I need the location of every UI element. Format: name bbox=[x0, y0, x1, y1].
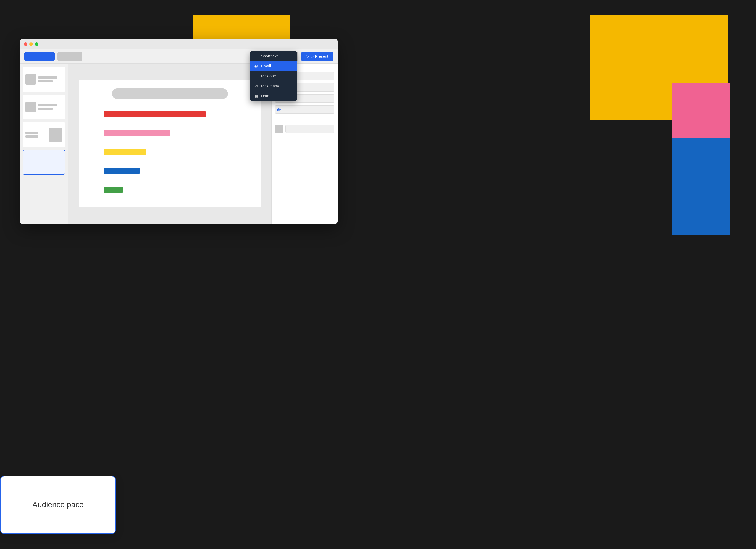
slide-thumb-4[interactable] bbox=[23, 150, 65, 175]
thumb-line bbox=[38, 80, 53, 82]
slide-sidebar bbox=[20, 64, 68, 224]
bar-row-5 bbox=[90, 186, 250, 193]
bar-chart bbox=[90, 105, 250, 199]
dropdown-item-short-text[interactable]: T Short text bbox=[250, 51, 297, 61]
thumb-line bbox=[38, 76, 57, 78]
bar-red bbox=[104, 111, 206, 117]
slide-thumb-image-3 bbox=[49, 128, 62, 141]
main-canvas bbox=[68, 64, 271, 224]
browser-titlebar bbox=[20, 39, 338, 49]
traffic-light-close[interactable] bbox=[24, 42, 27, 46]
pick-many-label: Pick many bbox=[261, 84, 279, 88]
bar-blue bbox=[104, 168, 140, 174]
date-label: Date bbox=[261, 94, 269, 98]
bar-row-3 bbox=[90, 148, 250, 156]
pick-one-label: Pick one bbox=[261, 74, 276, 78]
email-input-container: @ bbox=[275, 105, 334, 114]
present-icon: ▷ bbox=[306, 54, 309, 59]
panel-thumb-row bbox=[275, 125, 334, 133]
slide-thumb-lines-3 bbox=[25, 132, 46, 138]
thumb-line bbox=[25, 135, 38, 138]
toolbar-primary-button[interactable] bbox=[24, 52, 55, 61]
email-label: Email bbox=[261, 64, 271, 68]
traffic-light-fullscreen[interactable] bbox=[35, 42, 38, 46]
bar-pink bbox=[104, 130, 170, 136]
dropdown-menu: T Short text @ Email ⌄ Pick one ☑ Pick m… bbox=[250, 51, 297, 101]
slide-thumb-3[interactable] bbox=[23, 122, 65, 147]
thumb-line bbox=[25, 132, 38, 134]
slide-thumb-image-2 bbox=[25, 102, 36, 112]
bg-pink-block bbox=[672, 83, 730, 138]
slide-thumb-lines-2 bbox=[38, 104, 62, 110]
short-text-icon: T bbox=[254, 54, 258, 58]
panel-thumb-square bbox=[275, 125, 283, 133]
slide-search-bar bbox=[112, 88, 228, 99]
pick-one-icon: ⌄ bbox=[254, 74, 258, 78]
present-button[interactable]: ▷ ▷ Present bbox=[301, 52, 333, 61]
slide-thumb-1[interactable] bbox=[23, 67, 65, 92]
bar-row-4 bbox=[90, 167, 250, 175]
short-text-label: Short text bbox=[261, 54, 278, 58]
dropdown-item-pick-one[interactable]: ⌄ Pick one bbox=[250, 71, 297, 81]
slide-canvas[interactable] bbox=[79, 80, 261, 207]
bg-blue-block bbox=[672, 138, 730, 235]
pick-many-icon: ☑ bbox=[254, 84, 258, 88]
date-icon: ▦ bbox=[254, 94, 258, 98]
bar-yellow bbox=[104, 149, 146, 155]
panel-text-area[interactable] bbox=[285, 125, 334, 133]
bar-green bbox=[104, 186, 123, 193]
present-label: ▷ Present bbox=[311, 54, 328, 59]
email-input-field[interactable] bbox=[275, 105, 334, 114]
toolbar-secondary-button[interactable] bbox=[57, 52, 82, 61]
audience-pace-text: Audience pace bbox=[32, 500, 83, 509]
dropdown-item-pick-many[interactable]: ☑ Pick many bbox=[250, 81, 297, 91]
dropdown-item-email[interactable]: @ Email bbox=[250, 61, 297, 71]
bar-row-2 bbox=[90, 129, 250, 137]
bottom-audience-card: Audience pace bbox=[0, 476, 116, 534]
dropdown-item-date[interactable]: ▦ Date bbox=[250, 91, 297, 101]
slide-thumb-image-1 bbox=[25, 74, 36, 85]
bar-row-1 bbox=[90, 111, 250, 118]
at-icon: @ bbox=[277, 107, 281, 112]
thumb-line bbox=[38, 104, 57, 106]
thumb-line bbox=[38, 108, 53, 110]
slide-thumb-lines-1 bbox=[38, 76, 62, 82]
slide-thumb-2[interactable] bbox=[23, 94, 65, 119]
email-icon: @ bbox=[254, 64, 258, 68]
traffic-light-minimize[interactable] bbox=[29, 42, 33, 46]
